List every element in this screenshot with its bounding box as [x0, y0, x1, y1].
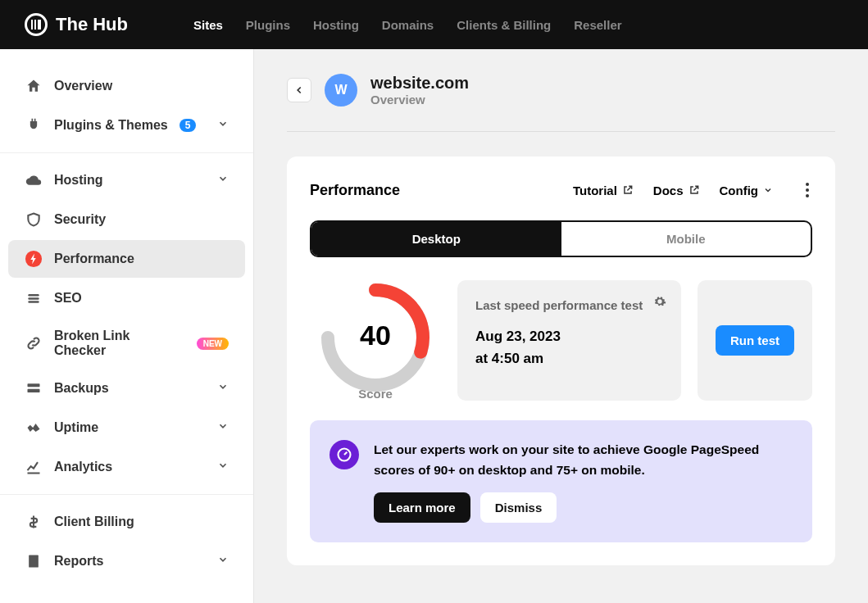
performance-card: Performance Tutorial Docs Config [287, 156, 835, 565]
dollar-icon [25, 513, 43, 531]
svg-rect-1 [28, 294, 39, 297]
sidebar-item-label: Performance [54, 252, 134, 266]
external-link-icon [622, 184, 634, 196]
sidebar-item-label: Analytics [54, 460, 112, 474]
card-title: Performance [310, 182, 573, 199]
svg-rect-4 [28, 383, 40, 387]
avatar-letter: W [334, 83, 347, 97]
new-badge: NEW [197, 338, 229, 350]
shield-icon [25, 211, 43, 229]
nav-sites[interactable]: Sites [193, 18, 223, 32]
chevron-down-icon [217, 381, 229, 396]
sidebar-item-label: Client Billing [54, 515, 134, 529]
settings-button[interactable] [653, 295, 666, 311]
sidebar-item-plugins[interactable]: Plugins & Themes 5 [8, 107, 245, 144]
last-test-info: Last speed performance test Aug 23, 2023… [457, 280, 681, 401]
last-test-date: Aug 23, 2023 [475, 325, 663, 347]
nav-reseller[interactable]: Reseller [574, 18, 621, 32]
logo[interactable]: The Hub [25, 13, 128, 36]
config-dropdown[interactable]: Config [720, 184, 773, 197]
sidebar-item-hosting[interactable]: Hosting [8, 161, 245, 199]
learn-more-button[interactable]: Learn more [374, 492, 470, 523]
chevron-down-icon [217, 173, 229, 188]
sidebar-item-overview[interactable]: Overview [8, 67, 245, 105]
run-test-box: Run test [698, 280, 812, 401]
sidebar-item-blc[interactable]: Broken Link Checker NEW [8, 319, 245, 368]
link-icon [25, 334, 43, 352]
last-test-label: Last speed performance test [475, 297, 663, 315]
tab-mobile[interactable]: Mobile [561, 222, 811, 256]
seo-icon [25, 289, 43, 307]
chevron-down-icon [217, 460, 229, 474]
external-link-icon [688, 184, 700, 196]
analytics-icon [25, 458, 43, 476]
score-value: 40 [360, 320, 391, 351]
dismiss-button[interactable]: Dismiss [480, 492, 557, 523]
sidebar-item-seo[interactable]: SEO [8, 279, 245, 317]
last-test-time: at 4:50 am [475, 347, 663, 370]
main-content: W website.com Overview Performance Tutor… [254, 49, 868, 603]
promo-banner: Let our experts work on your site to ach… [310, 420, 812, 542]
page-header: W website.com Overview [287, 74, 835, 132]
link-label: Tutorial [573, 184, 617, 197]
back-button[interactable] [287, 78, 311, 102]
brand-name: The Hub [56, 14, 128, 35]
site-subtitle: Overview [370, 93, 469, 107]
sidebar-item-label: Uptime [54, 420, 98, 435]
chevron-down-icon [217, 420, 229, 435]
nav-plugins[interactable]: Plugins [246, 18, 290, 32]
site-title: website.com [370, 74, 469, 93]
docs-link[interactable]: Docs [653, 184, 700, 197]
topnav: Sites Plugins Hosting Domains Clients & … [193, 18, 622, 32]
nav-hosting[interactable]: Hosting [313, 18, 359, 32]
link-label: Config [720, 184, 758, 197]
uptime-icon [25, 419, 43, 437]
home-icon [25, 77, 43, 95]
speed-icon [329, 440, 359, 469]
device-tabs: Desktop Mobile [310, 220, 812, 257]
svg-rect-5 [28, 389, 40, 392]
sidebar-item-performance[interactable]: Performance [8, 240, 245, 278]
sidebar-item-label: Hosting [54, 173, 103, 188]
sidebar-item-uptime[interactable]: Uptime [8, 409, 245, 447]
chevron-down-icon [217, 554, 229, 569]
tab-desktop[interactable]: Desktop [311, 222, 561, 256]
svg-rect-6 [29, 555, 39, 568]
run-test-button[interactable]: Run test [716, 325, 794, 356]
nav-clients[interactable]: Clients & Billing [457, 18, 551, 32]
svg-rect-3 [28, 301, 39, 303]
sidebar-item-label: Plugins & Themes [54, 118, 168, 133]
cloud-icon [25, 171, 43, 189]
sidebar-item-label: Backups [54, 381, 109, 396]
logo-icon [25, 13, 48, 36]
score-gauge: 40 Score [310, 280, 441, 401]
svg-rect-2 [28, 297, 39, 300]
tutorial-link[interactable]: Tutorial [573, 184, 634, 197]
sidebar-item-security[interactable]: Security [8, 201, 245, 238]
plug-icon [25, 116, 43, 134]
gear-icon [653, 295, 666, 308]
sidebar-item-label: Overview [54, 79, 112, 93]
sidebar-item-label: Reports [54, 554, 103, 569]
bolt-icon [25, 250, 43, 268]
site-avatar: W [325, 74, 357, 107]
topbar: The Hub Sites Plugins Hosting Domains Cl… [0, 0, 868, 49]
sidebar-item-reports[interactable]: Reports [8, 542, 245, 580]
backups-icon [25, 379, 43, 397]
more-menu[interactable] [802, 179, 812, 201]
reports-icon [25, 552, 43, 570]
sidebar-item-label: SEO [54, 291, 82, 306]
sidebar: Overview Plugins & Themes 5 Hosting Secu… [0, 49, 254, 603]
link-label: Docs [653, 184, 684, 197]
sidebar-item-label: Security [54, 212, 106, 227]
sidebar-item-billing[interactable]: Client Billing [8, 503, 245, 541]
sidebar-item-backups[interactable]: Backups [8, 370, 245, 407]
plugins-count-badge: 5 [180, 119, 197, 132]
chevron-down-icon [217, 118, 229, 133]
promo-text: Let our experts work on your site to ach… [374, 440, 793, 481]
sidebar-item-label: Broken Link Checker [54, 329, 185, 358]
chevron-left-icon [293, 84, 305, 96]
nav-domains[interactable]: Domains [382, 18, 434, 32]
sidebar-item-analytics[interactable]: Analytics [8, 448, 245, 486]
chevron-down-icon [763, 185, 773, 195]
